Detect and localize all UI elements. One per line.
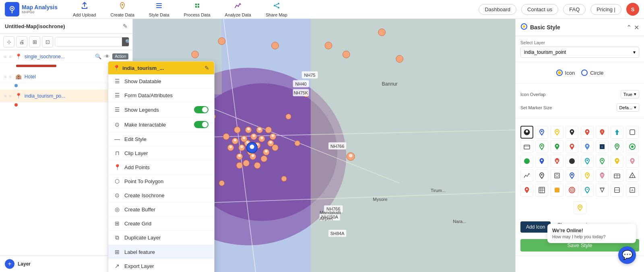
icon-cell-19[interactable]	[566, 155, 578, 168]
panel-collapse-btn[interactable]: ⌃	[626, 24, 632, 31]
layer-name-2[interactable]: Hotel	[25, 74, 110, 80]
icon-cell-31[interactable]	[626, 169, 639, 182]
icon-cell-30[interactable]	[611, 169, 623, 182]
pricing-btn[interactable]: Pricing |	[590, 4, 621, 15]
icon-cell-24[interactable]	[520, 169, 533, 182]
icon-cell-29[interactable]	[596, 169, 609, 182]
toolbar-add-upload[interactable]: Add Upload	[70, 0, 99, 19]
menu-show-datatable[interactable]: ☰ Show Datatable	[108, 74, 214, 88]
dashboard-btn[interactable]: Dashboard	[479, 4, 516, 15]
icon-cell-35[interactable]	[566, 184, 578, 196]
icon-cell-yellow[interactable]	[574, 201, 586, 214]
menu-duplicate-layer[interactable]: ⧉ Duplicate Layer	[108, 231, 214, 245]
layer-drag-3b[interactable]: ≡	[9, 94, 11, 98]
faq-btn[interactable]: FAQ	[563, 4, 586, 15]
action-badge-1[interactable]: Action	[112, 53, 128, 59]
icon-cell-6[interactable]	[611, 126, 623, 139]
search-input[interactable]	[55, 37, 122, 46]
icon-cell-5[interactable]	[596, 126, 609, 139]
icon-cell-33[interactable]	[535, 184, 548, 196]
icon-cell-0[interactable]	[520, 126, 533, 139]
icon-cell-4[interactable]	[581, 126, 594, 139]
icon-cell-2[interactable]	[551, 126, 564, 139]
icon-cell-12[interactable]	[581, 140, 594, 153]
toolbar-analyze-data[interactable]: Analyze Data	[222, 0, 254, 19]
menu-form-data[interactable]: ☰ Form Data/Attributes	[108, 88, 214, 102]
icon-cell-37[interactable]	[596, 184, 609, 196]
icon-cell-39[interactable]: A	[626, 184, 639, 196]
icon-cell-3[interactable]	[566, 126, 578, 139]
toolbar-share-map[interactable]: Share Map	[262, 0, 291, 19]
layer-drag-2[interactable]: ≡	[4, 74, 6, 79]
make-interactable-toggle[interactable]: ✓	[194, 121, 208, 128]
icon-cell-8[interactable]	[520, 140, 533, 153]
edit-title-icon[interactable]: ✎	[123, 23, 128, 29]
menu-clip-layer[interactable]: ⊓ Clip Layer	[108, 146, 214, 160]
chat-icon[interactable]: 💬	[618, 246, 636, 264]
icon-cell-20[interactable]	[581, 155, 594, 168]
style-circle-option[interactable]: Circle	[581, 70, 603, 76]
icon-cell-1[interactable]	[535, 126, 548, 139]
icon-cell-25[interactable]	[535, 169, 548, 182]
panel-close-btn[interactable]: ✕	[634, 24, 639, 31]
menu-create-buffer[interactable]: ◎ Create Buffer	[108, 202, 214, 217]
icon-cell-10[interactable]	[551, 140, 564, 153]
icon-cell-28[interactable]	[581, 169, 594, 182]
layer-name-3[interactable]: india_tourism_po...	[25, 93, 110, 99]
layer-drag-3[interactable]: ≡	[4, 94, 6, 98]
icon-cell-26[interactable]	[551, 169, 564, 182]
style-icon-option[interactable]: Icon	[556, 70, 575, 76]
layer-search-1[interactable]: 🔍	[94, 53, 102, 60]
icon-cell-38[interactable]	[611, 184, 623, 196]
view-btn[interactable]: ⊡	[42, 36, 53, 47]
icon-cell-9[interactable]	[535, 140, 548, 153]
grid-btn[interactable]: ⊞	[29, 36, 40, 47]
toolbar-process-data[interactable]: Process Data	[181, 0, 214, 19]
overlap-select[interactable]: True ▾	[621, 90, 639, 98]
icon-cell-11[interactable]	[566, 140, 578, 153]
icon-cell-16[interactable]	[520, 155, 533, 168]
icon-cell-23[interactable]	[626, 155, 639, 168]
layer-name-1[interactable]: single_isochrone...	[25, 54, 93, 59]
icon-cell-21[interactable]	[596, 155, 609, 168]
layer-drag-2b[interactable]: ≡	[9, 74, 11, 79]
marker-size-select[interactable]: Defa... ▾	[617, 103, 639, 112]
toolbar-style-data[interactable]: Style Data	[146, 0, 173, 19]
context-menu-edit-icon[interactable]: ✎	[204, 65, 209, 71]
icon-cell-32[interactable]	[520, 184, 533, 196]
user-avatar[interactable]: S	[626, 3, 639, 16]
layer-eye-1[interactable]: 👁	[104, 53, 111, 60]
menu-label-feature[interactable]: ⊞ Label feature	[108, 245, 214, 259]
select-tool-btn[interactable]: ⊹	[3, 36, 14, 47]
svg-point-4	[122, 4, 123, 6]
icon-cell-27[interactable]	[566, 169, 578, 182]
print-btn[interactable]: 🖨	[16, 36, 27, 47]
icon-cell-34[interactable]	[551, 184, 564, 196]
icon-cell-18[interactable]	[551, 155, 564, 168]
menu-export-layer[interactable]: ↗ Export Layer	[108, 259, 214, 272]
menu-make-interactable[interactable]: ⊙ Make Interactable ✓	[108, 117, 214, 132]
toolbar-create-data[interactable]: Create Data	[107, 0, 137, 19]
icon-cell-36[interactable]	[581, 184, 594, 196]
layer-drag-1[interactable]: ≡	[4, 54, 6, 59]
icon-cell-22[interactable]	[611, 155, 623, 168]
add-icon-btn[interactable]: Add Icon	[520, 221, 551, 233]
icon-cell-14[interactable]	[611, 140, 623, 153]
layer-drag-1b[interactable]: ≡	[9, 54, 11, 59]
icon-cell-15[interactable]	[626, 140, 639, 153]
icon-cell-13[interactable]: i	[596, 140, 609, 153]
icon-cell-17[interactable]	[535, 155, 548, 168]
menu-show-legends[interactable]: ☰ Show Legends ✓	[108, 102, 214, 117]
add-layer-btn[interactable]: +	[5, 259, 14, 269]
menu-create-isochrone[interactable]: ⊙ Create Isochrone	[108, 188, 214, 202]
layer-select-box[interactable]: india_tourism_point ▾	[520, 47, 639, 58]
add-upload-icon	[80, 2, 89, 12]
icon-cell-7[interactable]	[626, 126, 639, 139]
menu-create-grid[interactable]: ⊞ Create Grid	[108, 217, 214, 231]
menu-edit-style[interactable]: — Edit Style	[108, 132, 214, 146]
menu-add-points[interactable]: 📍 Add Points	[108, 160, 214, 174]
show-legends-toggle[interactable]: ✓	[194, 106, 208, 113]
search-btn[interactable]: 🔍	[122, 37, 129, 46]
contact-btn[interactable]: Contact us	[521, 4, 558, 15]
menu-point-to-polygon[interactable]: ⬡ Point To Polygon	[108, 174, 214, 188]
